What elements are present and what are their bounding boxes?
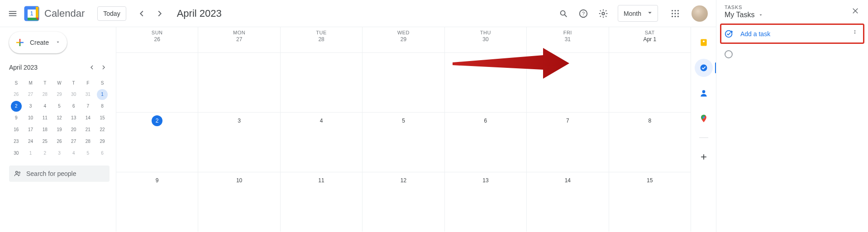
mini-day-cell[interactable]: 27 (68, 136, 79, 147)
add-task-button[interactable]: Add a task (740, 30, 843, 38)
grid-date-label[interactable]: 31 (527, 36, 608, 43)
app-logo[interactable]: 1 Calendar (24, 5, 85, 22)
mini-day-cell[interactable]: 2 (11, 101, 22, 112)
search-people-input[interactable]: Search for people (9, 166, 110, 182)
rail-keep-button[interactable] (695, 33, 713, 52)
grid-cell[interactable]: 5 (362, 113, 444, 172)
grid-cell[interactable]: 3 (198, 113, 280, 172)
mini-day-cell[interactable]: 8 (97, 101, 108, 112)
mini-next-button[interactable] (98, 62, 110, 73)
grid-cell[interactable]: 2 (116, 113, 198, 172)
grid-cell[interactable]: 6 (445, 113, 527, 172)
mini-day-cell[interactable]: 29 (97, 136, 108, 147)
mini-day-cell[interactable]: 4 (39, 101, 50, 112)
task-complete-toggle[interactable] (725, 50, 733, 58)
rail-maps-button[interactable] (695, 109, 713, 128)
grid-date-label[interactable]: 30 (445, 36, 526, 43)
grid-cell[interactable] (445, 53, 527, 112)
mini-day-cell[interactable]: 31 (82, 89, 93, 100)
task-item-empty[interactable] (716, 47, 868, 62)
mini-day-cell[interactable]: 26 (11, 89, 22, 100)
mini-day-cell[interactable]: 25 (39, 136, 50, 147)
mini-day-cell[interactable]: 24 (25, 136, 36, 147)
mini-day-cell[interactable]: 1 (97, 89, 108, 100)
mini-day-cell[interactable]: 9 (11, 113, 22, 123)
mini-day-cell[interactable]: 16 (11, 124, 22, 135)
grid-cell[interactable]: 9 (116, 172, 198, 232)
grid-cell[interactable] (362, 53, 444, 112)
mini-day-cell[interactable]: 30 (11, 148, 22, 159)
mini-day-cell[interactable]: 13 (68, 113, 79, 123)
grid-date-label[interactable]: 28 (281, 36, 362, 43)
mini-prev-button[interactable] (86, 62, 98, 73)
svg-point-29 (700, 65, 707, 71)
grid-cell[interactable]: 11 (281, 172, 362, 232)
mini-day-cell[interactable]: 12 (54, 113, 65, 123)
mini-day-cell[interactable]: 15 (97, 113, 108, 123)
rail-tasks-button[interactable] (695, 59, 713, 77)
rail-addons-button[interactable] (695, 148, 713, 166)
mini-day-cell[interactable]: 10 (25, 113, 36, 123)
mini-day-cell[interactable]: 19 (54, 124, 65, 135)
mini-day-cell[interactable]: 23 (11, 136, 22, 147)
grid-cell[interactable] (609, 53, 691, 112)
date-range-label[interactable]: April 2023 (177, 8, 222, 19)
tasks-close-button[interactable] (849, 5, 862, 17)
mini-day-cell[interactable]: 3 (54, 148, 65, 159)
grid-cell[interactable] (198, 53, 280, 112)
view-switcher[interactable]: Month (618, 5, 658, 22)
mini-day-cell[interactable]: 6 (97, 148, 108, 159)
today-button[interactable]: Today (97, 6, 126, 21)
grid-cell[interactable]: 15 (609, 172, 691, 232)
mini-day-cell[interactable]: 5 (82, 148, 93, 159)
search-button[interactable] (554, 5, 572, 23)
settings-button[interactable] (594, 5, 612, 23)
prev-period-button[interactable] (133, 5, 151, 23)
mini-day-cell[interactable]: 22 (97, 124, 108, 135)
mini-day-cell[interactable]: 11 (39, 113, 50, 123)
mini-day-cell[interactable]: 1 (25, 148, 36, 159)
grid-cell[interactable]: 13 (445, 172, 527, 232)
tasks-list-selector[interactable]: My Tasks (725, 11, 849, 19)
google-apps-button[interactable] (666, 5, 684, 23)
mini-day-cell[interactable]: 27 (25, 89, 36, 100)
mini-day-cell[interactable]: 4 (68, 148, 79, 159)
account-avatar[interactable] (692, 5, 708, 22)
task-list-options-button[interactable] (849, 28, 860, 40)
support-button[interactable]: ? (574, 5, 592, 23)
view-label: Month (624, 10, 641, 17)
grid-date-label[interactable]: 27 (198, 36, 280, 43)
main-menu-button[interactable] (4, 5, 22, 23)
grid-cell[interactable] (116, 53, 198, 112)
mini-day-cell[interactable]: 2 (39, 148, 50, 159)
grid-cell[interactable]: 4 (281, 113, 362, 172)
mini-day-cell[interactable]: 3 (25, 101, 36, 112)
create-button[interactable]: Create (9, 32, 67, 53)
mini-day-cell[interactable]: 7 (82, 101, 93, 112)
mini-day-cell[interactable]: 5 (54, 101, 65, 112)
mini-dow-label: W (52, 77, 67, 89)
grid-cell[interactable]: 12 (362, 172, 444, 232)
grid-cell[interactable]: 14 (527, 172, 609, 232)
grid-date-label[interactable]: 29 (362, 36, 444, 43)
mini-day-cell[interactable]: 29 (54, 89, 65, 100)
mini-day-cell[interactable]: 18 (39, 124, 50, 135)
grid-date-label[interactable]: Apr 1 (609, 36, 691, 43)
rail-contacts-button[interactable] (695, 84, 713, 102)
mini-day-cell[interactable]: 14 (82, 113, 93, 123)
grid-cell[interactable] (281, 53, 362, 112)
mini-day-cell[interactable]: 30 (68, 89, 79, 100)
mini-day-cell[interactable]: 28 (82, 136, 93, 147)
next-period-button[interactable] (151, 5, 169, 23)
mini-day-cell[interactable]: 17 (25, 124, 36, 135)
mini-day-cell[interactable]: 6 (68, 101, 79, 112)
mini-day-cell[interactable]: 20 (68, 124, 79, 135)
grid-cell[interactable] (527, 53, 609, 112)
mini-day-cell[interactable]: 28 (39, 89, 50, 100)
grid-date-label[interactable]: 26 (116, 36, 198, 43)
grid-cell[interactable]: 8 (609, 113, 691, 172)
grid-cell[interactable]: 7 (527, 113, 609, 172)
grid-cell[interactable]: 10 (198, 172, 280, 232)
mini-day-cell[interactable]: 26 (54, 136, 65, 147)
mini-day-cell[interactable]: 21 (82, 124, 93, 135)
